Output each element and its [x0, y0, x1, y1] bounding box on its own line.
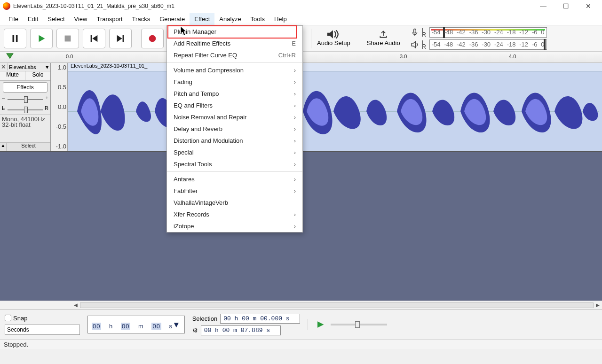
svg-marker-18 [317, 321, 324, 328]
menu-view[interactable]: View [70, 13, 92, 25]
speaker-icon[interactable] [411, 40, 419, 49]
menu-effect[interactable]: Effect [190, 13, 214, 25]
effect-menu-item[interactable]: Volume and Compression› [167, 64, 302, 76]
share-audio-label: Share Audio [367, 39, 400, 46]
record-meter[interactable]: -54-48-42-36-30-24-18-12-60 [429, 27, 547, 38]
skip-end-button[interactable] [109, 29, 132, 48]
menu-transport[interactable]: Transport [92, 13, 127, 25]
effect-menu-item[interactable]: Add Realtime EffectsE [167, 38, 302, 49]
menu-tools[interactable]: Tools [246, 13, 269, 25]
svg-point-8 [149, 35, 156, 42]
effect-menu-item[interactable]: FabFilter› [167, 185, 302, 197]
amplitude-ruler: 1.00.50.0-0.5-1.0 [51, 63, 68, 151]
time-display[interactable]: 00 h 00 m 00 s▾ [87, 316, 185, 333]
timeline-mark: 0.0 [66, 54, 73, 59]
menu-analyze[interactable]: Analyze [214, 13, 246, 25]
svg-marker-16 [7, 54, 13, 59]
svg-rect-14 [413, 29, 416, 33]
play-button[interactable] [30, 29, 53, 48]
audio-setup-label: Audio Setup [317, 39, 350, 46]
effect-menu-item[interactable]: Fading› [167, 76, 302, 88]
playhead-pin-icon[interactable] [6, 53, 14, 62]
play-at-speed [308, 319, 387, 330]
menu-edit[interactable]: Edit [23, 13, 43, 25]
selection-end-field[interactable]: 00 h 00 m 07.889 s [201, 325, 281, 335]
svg-rect-3 [65, 35, 71, 41]
close-button[interactable]: ✕ [581, 1, 595, 11]
menu-help[interactable]: Help [269, 13, 292, 25]
playback-meter[interactable]: -54-48-42-36-30-24-18-12-60 [429, 39, 547, 50]
menu-file[interactable]: File [4, 13, 23, 25]
effect-menu-item[interactable]: Repeat Filter Curve EQCtrl+R [167, 49, 302, 61]
track-close-button[interactable]: ✕ [0, 63, 8, 70]
audio-setup-button[interactable]: Audio Setup [311, 29, 356, 48]
clip-name[interactable]: ElevenLabs_2023-10-03T11_01_ [68, 63, 602, 71]
window-title: ElevenLabs_2023-10-03T11_01_21_Matilda_p… [13, 3, 536, 9]
stop-button[interactable] [56, 29, 79, 48]
record-button[interactable] [141, 29, 164, 48]
menu-select[interactable]: Select [43, 13, 69, 25]
minimize-button[interactable]: — [536, 1, 550, 11]
effect-menu-item[interactable]: ValhallaVintageVerb [167, 197, 302, 209]
snap-label: Snap [13, 315, 27, 322]
effect-menu-item[interactable]: Special› [167, 147, 302, 158]
app-icon [3, 2, 10, 10]
title-bar: ElevenLabs_2023-10-03T11_01_21_Matilda_p… [0, 0, 602, 12]
svg-rect-4 [91, 35, 92, 42]
waveform-svg [68, 71, 599, 151]
horizontal-scrollbar[interactable]: ◄ ► [0, 301, 602, 309]
pan-slider[interactable]: L R [0, 104, 50, 115]
track-collapse-button[interactable]: ▲ [0, 143, 7, 151]
svg-marker-2 [39, 35, 45, 42]
effect-menu-item[interactable]: Plugin Manager [167, 26, 302, 38]
playback-speed-slider[interactable] [331, 324, 387, 325]
track-name[interactable]: ElevenLabs [8, 64, 44, 70]
svg-rect-1 [16, 35, 18, 42]
svg-marker-6 [117, 35, 122, 42]
selection-start-field[interactable]: 00 h 00 m 00.000 s [220, 314, 300, 324]
effect-menu-item[interactable]: Distortion and Modulation› [167, 135, 302, 147]
effect-menu-item[interactable]: Noise Removal and Repair› [167, 111, 302, 123]
selection-label: Selection [192, 315, 217, 322]
effect-menu-item[interactable]: Pitch and Tempo› [167, 88, 302, 100]
effect-menu-item[interactable]: Antares› [167, 173, 302, 185]
effect-menu-item[interactable]: EQ and Filters› [167, 100, 302, 111]
menu-generate[interactable]: Generate [155, 13, 190, 25]
track-info: Mono, 44100Hz 32-bit float [0, 115, 50, 128]
effect-menu-item[interactable]: iZotope› [167, 220, 302, 232]
share-audio-button[interactable]: Share Audio [361, 29, 406, 48]
svg-marker-15 [412, 41, 415, 48]
selection-settings-icon[interactable]: ⚙ [192, 327, 198, 334]
mic-icon[interactable] [411, 28, 419, 37]
snap-units-field[interactable] [5, 325, 80, 335]
pause-button[interactable] [4, 29, 26, 48]
svg-rect-0 [13, 35, 15, 42]
snap-checkbox[interactable] [5, 315, 11, 321]
track-effects-button[interactable]: Effects [3, 82, 48, 93]
meter-lr-play: LR [422, 40, 427, 49]
waveform-canvas[interactable]: ElevenLabs_2023-10-03T11_01_ [68, 63, 602, 151]
track-select-button[interactable]: Select [7, 143, 50, 151]
timeline-mark: 3.0 [400, 54, 407, 59]
menu-tracks[interactable]: Tracks [127, 13, 155, 25]
track-menu-dropdown[interactable]: ▾ [44, 63, 50, 70]
gain-slider[interactable] [0, 94, 50, 104]
mute-button[interactable]: Mute [0, 71, 25, 80]
effect-menu-item[interactable]: Delay and Reverb› [167, 123, 302, 135]
timeline-mark: 4.0 [509, 54, 516, 59]
effect-menu-item[interactable]: Xfer Records› [167, 209, 302, 220]
meters: LR -54-48-42-36-30-24-18-12-60 LR -54-48… [411, 27, 547, 50]
svg-marker-5 [92, 35, 97, 42]
effect-menu-dropdown: Plugin ManagerAdd Realtime EffectsERepea… [166, 25, 303, 232]
solo-button[interactable]: Solo [25, 71, 50, 80]
play-at-speed-button[interactable] [315, 319, 326, 330]
scroll-left-button[interactable]: ◄ [71, 302, 80, 309]
selection-toolbar: Snap 00 h 00 m 00 s▾ Selection 00 h 00 m… [0, 309, 602, 340]
skip-start-button[interactable] [83, 29, 105, 48]
track-control-panel: ✕ ElevenLabs ▾ Mute Solo Effects L R Mon… [0, 63, 51, 151]
scroll-right-button[interactable]: ► [594, 302, 602, 309]
effect-menu-item[interactable]: Spectral Tools› [167, 158, 302, 170]
meter-lr-rec: LR [422, 28, 427, 37]
menu-bar: FileEditSelectViewTransportTracksGenerat… [0, 12, 602, 25]
maximize-button[interactable]: ☐ [559, 1, 573, 11]
